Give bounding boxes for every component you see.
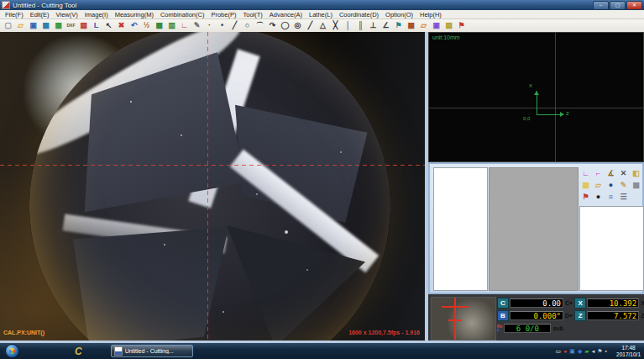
tool-icon-open-folder[interactable]: ▱ [592, 179, 605, 191]
axis-chip-b: B [497, 310, 509, 321]
toolbar-icon-data-columns[interactable]: ▥ [165, 19, 178, 32]
tool-icon-ruler-corner-2[interactable]: ⌐ [592, 167, 605, 179]
dro-value-b: 0.000° [510, 311, 563, 320]
system-tray: ▭●▣◆▰◂⚑▪ [555, 347, 607, 356]
taskbar-app-icon [114, 346, 123, 356]
tool-icon-report-chart[interactable]: ◧ [630, 167, 642, 179]
axis-label-origin: 0,0 [523, 116, 530, 121]
toolbar-icon-edit-note[interactable]: ✎ [191, 19, 203, 32]
toolbar-icon-circle-large[interactable]: ◯ [279, 19, 291, 32]
camera-live-view[interactable]: CAL.PX:UNIT() 1600 x 1200,7.5fps - 1.916 [0, 32, 425, 341]
tray-icon-tray-alert[interactable]: ● [563, 347, 567, 356]
profile-plot-panel[interactable]: unit:10mm X Z 0,0 [428, 32, 644, 162]
menu-item[interactable]: Measuring(M) [112, 11, 157, 18]
dro-row-b-z: B 0.000° D+ Z 7.572 Z, Z+ [497, 310, 644, 321]
toolbar-icon-print[interactable]: ▤ [77, 19, 90, 32]
tool-icon-angle-tool[interactable]: ∡ [605, 167, 617, 179]
toolbar-icon-probe-corner[interactable]: ∟ [178, 19, 191, 32]
toolbar-icon-layout[interactable]: L [90, 19, 102, 32]
menu-item[interactable]: Help(H) [416, 11, 445, 18]
toolbar-icon-cross-measure[interactable]: ╳ [329, 19, 342, 32]
tray-icon-tray-network[interactable]: ▪ [605, 347, 607, 356]
menu-item[interactable]: Edit(E) [27, 11, 53, 18]
menu-item[interactable]: View(V) [53, 11, 81, 18]
axis-marker-horizontal [537, 114, 562, 115]
tray-icon-tray-security-shield[interactable]: ◆ [578, 347, 582, 356]
amber-rim-glow [29, 32, 390, 341]
toolbar-icon-grid-view[interactable]: ▦ [153, 19, 165, 32]
dro-value-x: 10.392 [587, 298, 639, 308]
camera-status-right: 1600 x 1200,7.5fps - 1.916 [348, 330, 420, 335]
menu-item[interactable]: Combination(C) [157, 11, 208, 18]
tool-icon-ruler-corner[interactable]: ∟ [579, 167, 592, 179]
taskbar-app-button[interactable]: Untitled - Cutting... [111, 345, 193, 357]
menu-item[interactable]: Option(O) [382, 11, 416, 18]
toolbar-icon-save[interactable]: ▣ [27, 19, 39, 32]
toolbar-icon-perpendicular[interactable]: ⊥ [367, 19, 380, 32]
close-button[interactable]: ✕ [626, 1, 642, 10]
toolbar-icon-eraser[interactable]: ▱ [417, 19, 430, 32]
tray-icon-tray-update[interactable]: ▰ [584, 347, 589, 356]
toolbar-icon-rotate-arc[interactable]: ↷ [266, 19, 279, 32]
dro-suffix-z: Z, Z+ [641, 313, 644, 319]
toolbar-icon-height[interactable]: │ [342, 19, 354, 32]
toolbar-icon-open-file[interactable]: ▱ [14, 19, 27, 32]
result-list-panel[interactable] [433, 167, 488, 291]
menu-item[interactable]: Advance(A) [266, 11, 306, 18]
toolbar-icon-select-cursor[interactable]: ↖ [102, 19, 115, 32]
toolbar-icon-capture-image[interactable]: ▦ [39, 19, 52, 32]
toolbar-icon-export-dxf[interactable]: DXF [65, 19, 77, 32]
menu-item[interactable]: Image(I) [81, 11, 112, 18]
toolbar-icon-line[interactable]: ╱ [228, 19, 241, 32]
tray-icon-tray-pin[interactable]: ⚑ [597, 347, 602, 356]
tool-icon-brush[interactable]: ✎ [617, 179, 630, 191]
tool-icon-list-export[interactable]: ≡ [605, 191, 617, 203]
tool-icon-skew-lines[interactable]: ✕ [617, 167, 630, 179]
toolbar-icon-palette[interactable]: ▤ [442, 19, 455, 32]
toolbar-icon-new-file[interactable]: ▢ [2, 19, 14, 32]
reticle-horizontal-line [0, 165, 425, 166]
tool-icon-globe[interactable]: ● [605, 179, 617, 191]
toolbar-icon-tolerance-flag[interactable]: ⚑ [392, 19, 405, 32]
info-list-panel[interactable] [579, 206, 644, 291]
toolbar-icon-angle[interactable]: ∠ [380, 19, 392, 32]
minimize-button[interactable]: – [593, 1, 609, 10]
tool-icon-flag[interactable]: ⚑ [579, 191, 592, 203]
toolbar-icon-arc[interactable]: ⌒ [254, 19, 266, 32]
toolbar-icon-point-small[interactable]: · [203, 19, 216, 32]
tool-icon-stamp[interactable]: ▦ [630, 179, 642, 191]
tray-icon-tray-app[interactable]: ▭ [555, 347, 561, 356]
toolbar-icon-line-2[interactable]: ╱ [304, 19, 317, 32]
toolbar-icon-triangle[interactable]: △ [317, 19, 329, 32]
menu-item[interactable]: Coordinate(D) [336, 11, 382, 18]
menu-item[interactable]: File(F) [2, 11, 27, 18]
taskbar-app-label: Untitled - Cutting... [125, 348, 174, 354]
dro-suffix-c: C+ [565, 300, 573, 306]
toolbar-icon-layers[interactable]: ▣ [430, 19, 442, 32]
toolbar-icon-half-measure[interactable]: ½ [140, 19, 153, 32]
maximize-button[interactable]: ▢ [610, 1, 626, 10]
tool-icon-note[interactable]: ▤ [579, 179, 592, 191]
clock-date: 2017/10/1 [616, 351, 641, 358]
tray-icon-tray-window[interactable]: ▣ [569, 347, 575, 356]
menu-item[interactable]: Tool(T) [239, 11, 265, 18]
toolbar-icon-concentric[interactable]: ◎ [291, 19, 304, 32]
toolbar-icon-export-image[interactable]: ▩ [52, 19, 65, 32]
menu-item[interactable]: Probe(P) [207, 11, 239, 18]
toolbar-icon-point[interactable]: • [216, 19, 228, 32]
start-button[interactable] [5, 344, 19, 358]
toolbar-icon-run-flag[interactable]: ⚑ [455, 19, 468, 32]
tool-icon-sphere[interactable]: ● [592, 191, 605, 203]
toolbar-icon-width[interactable]: ║ [354, 19, 367, 32]
menu-item[interactable]: Lathe(L) [306, 11, 336, 18]
toolbar-icon-circle[interactable]: ○ [241, 19, 254, 32]
toolbar-icon-matrix[interactable]: ▦ [405, 19, 417, 32]
toolbar-icon-delete[interactable]: ✖ [115, 19, 128, 32]
tray-icon-tray-arrow[interactable]: ◂ [592, 347, 595, 356]
endmill-tool-image [29, 32, 390, 341]
taskbar-clock[interactable]: 17:48 2017/10/1 [616, 345, 641, 358]
tool-icon-settings-list[interactable]: ☰ [617, 191, 630, 203]
app-launcher-icon[interactable]: C [75, 346, 82, 357]
preview-panel [489, 167, 579, 291]
toolbar-icon-undo[interactable]: ↶ [128, 19, 140, 32]
